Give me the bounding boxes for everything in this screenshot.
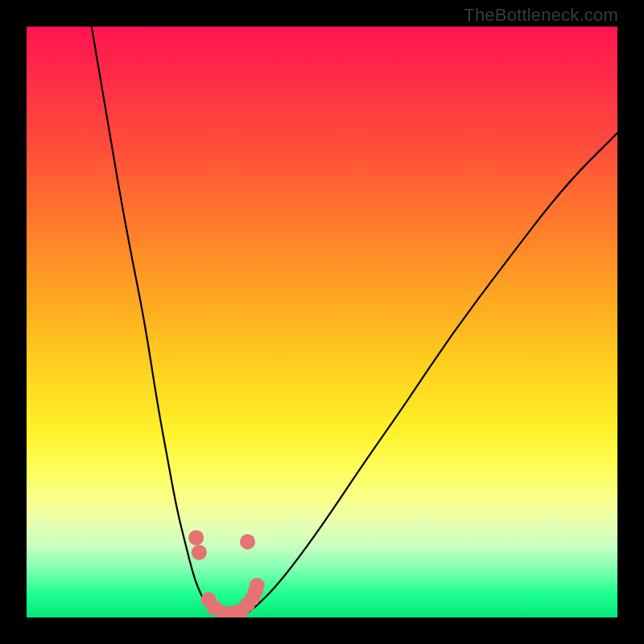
chart-frame: TheBottleneck.com <box>0 0 644 644</box>
marker-group <box>188 530 265 617</box>
data-marker <box>250 578 265 593</box>
chart-svg <box>27 27 617 617</box>
data-marker <box>240 535 255 550</box>
bottleneck-curve <box>92 27 617 617</box>
data-marker <box>188 530 204 545</box>
attribution-label: TheBottleneck.com <box>464 5 618 26</box>
data-marker <box>192 545 207 560</box>
chart-plot-area <box>27 27 617 617</box>
